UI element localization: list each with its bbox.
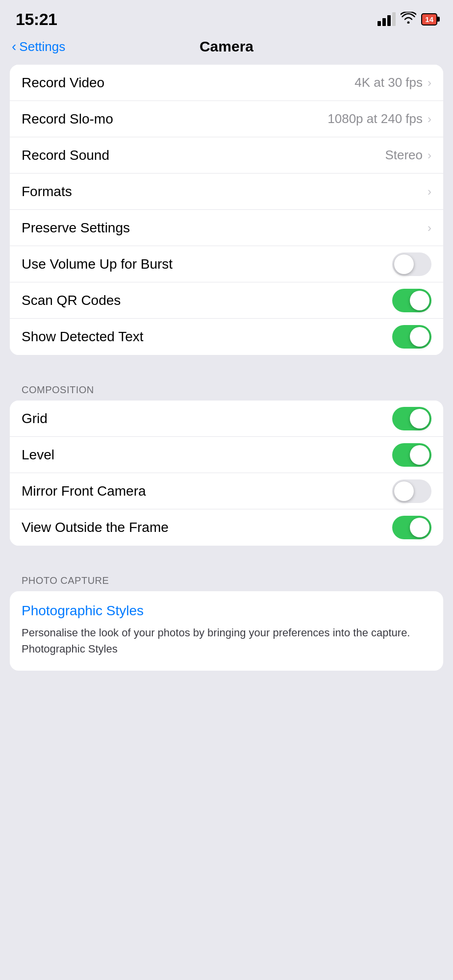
record-slomo-right: 1080p at 240 fps › <box>327 111 431 126</box>
record-video-label: Record Video <box>22 75 104 91</box>
composition-settings-group: Grid Level Mirror Front Camera View Outs… <box>10 401 443 546</box>
back-button[interactable]: ‹ Settings <box>12 39 65 54</box>
preserve-settings-row[interactable]: Preserve Settings › <box>10 210 443 246</box>
formats-right: › <box>428 185 431 199</box>
volume-burst-row: Use Volume Up for Burst <box>10 246 443 282</box>
toggle-knob <box>410 445 429 465</box>
formats-label: Formats <box>22 184 72 200</box>
level-row: Level <box>10 437 443 473</box>
record-slomo-value: 1080p at 240 fps <box>327 111 423 126</box>
record-video-row[interactable]: Record Video 4K at 30 fps › <box>10 65 443 101</box>
grid-toggle[interactable] <box>392 407 431 430</box>
record-slomo-label: Record Slo-mo <box>22 111 113 127</box>
view-outside-frame-toggle[interactable] <box>392 516 431 539</box>
toggle-knob <box>410 518 429 537</box>
chevron-right-icon: › <box>428 149 431 162</box>
mirror-front-camera-toggle[interactable] <box>392 479 431 503</box>
chevron-right-icon: › <box>428 76 431 90</box>
mirror-front-camera-row: Mirror Front Camera <box>10 473 443 509</box>
nav-header: ‹ Settings Camera <box>0 34 453 65</box>
record-video-value: 4K at 30 fps <box>354 75 423 90</box>
status-time: 15:21 <box>16 10 57 29</box>
scan-qr-toggle[interactable] <box>392 289 431 312</box>
status-bar: 15:21 14 <box>0 0 453 34</box>
show-detected-text-label: Show Detected Text <box>22 329 144 345</box>
photo-capture-description: Personalise the look of your photos by b… <box>10 623 443 671</box>
scan-qr-label: Scan QR Codes <box>22 293 121 308</box>
preserve-settings-label: Preserve Settings <box>22 220 130 236</box>
level-toggle[interactable] <box>392 443 431 467</box>
chevron-right-icon: › <box>428 112 431 126</box>
composition-section-header: COMPOSITION <box>0 373 453 401</box>
show-detected-text-row: Show Detected Text <box>10 319 443 355</box>
toggle-knob <box>394 481 414 501</box>
chevron-right-icon: › <box>428 221 431 235</box>
toggle-knob <box>410 291 429 310</box>
view-outside-frame-label: View Outside the Frame <box>22 520 169 535</box>
battery-icon: 14 <box>421 13 437 25</box>
status-icons: 14 <box>378 12 437 26</box>
back-chevron-icon: ‹ <box>12 39 16 54</box>
page-title: Camera <box>200 38 253 55</box>
grid-label: Grid <box>22 411 48 427</box>
formats-row[interactable]: Formats › <box>10 174 443 210</box>
record-sound-right: Stereo › <box>385 148 431 163</box>
main-settings-group: Record Video 4K at 30 fps › Record Slo-m… <box>10 65 443 355</box>
chevron-right-icon: › <box>428 185 431 199</box>
record-video-right: 4K at 30 fps › <box>354 75 431 90</box>
photographic-styles-link[interactable]: Photographic Styles <box>10 591 443 623</box>
grid-row: Grid <box>10 401 443 437</box>
toggle-knob <box>410 327 429 347</box>
back-label: Settings <box>19 39 65 54</box>
volume-burst-toggle[interactable] <box>392 252 431 276</box>
scan-qr-row: Scan QR Codes <box>10 282 443 319</box>
toggle-knob <box>410 409 429 428</box>
mirror-front-camera-label: Mirror Front Camera <box>22 483 146 499</box>
wifi-icon <box>401 12 416 26</box>
record-sound-label: Record Sound <box>22 148 109 163</box>
volume-burst-label: Use Volume Up for Burst <box>22 256 173 272</box>
record-sound-row[interactable]: Record Sound Stereo › <box>10 137 443 174</box>
show-detected-text-toggle[interactable] <box>392 325 431 349</box>
photo-capture-section-header: PHOTO CAPTURE <box>0 563 453 591</box>
level-label: Level <box>22 447 54 463</box>
toggle-knob <box>394 254 414 274</box>
record-slomo-row[interactable]: Record Slo-mo 1080p at 240 fps › <box>10 101 443 137</box>
signal-icon <box>378 12 396 26</box>
photo-capture-group: Photographic Styles Personalise the look… <box>10 591 443 671</box>
view-outside-frame-row: View Outside the Frame <box>10 509 443 546</box>
preserve-settings-right: › <box>428 221 431 235</box>
record-sound-value: Stereo <box>385 148 423 163</box>
